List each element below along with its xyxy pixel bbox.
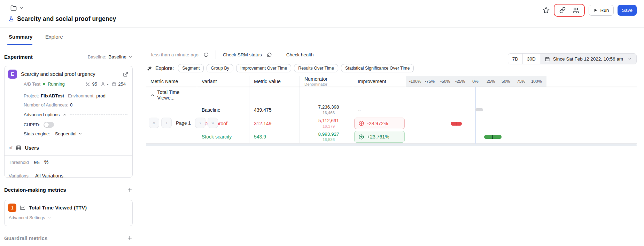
check-srm-button[interactable]: Check SRM status	[223, 52, 262, 57]
link-icon[interactable]	[559, 7, 566, 14]
improvement-axis-header: -100% -75% -50% -25% 0% 25% 50% 75% 100%	[406, 76, 637, 87]
dashed-divider	[54, 218, 127, 218]
status-dot	[43, 83, 45, 85]
experiment-card: E Scarcity and social proof urgency A/B …	[4, 66, 133, 178]
folder-icon	[10, 5, 17, 11]
prev-page-button[interactable]: ‹	[161, 118, 172, 128]
chip-improvement-over-time[interactable]: Improvement Over Time	[236, 64, 291, 72]
days-count: 254	[118, 81, 126, 87]
experiment-name-row: E Scarcity and social proof urgency	[5, 66, 132, 80]
variations-row: Variations All Variations	[5, 169, 132, 182]
add-guardrail-metric-button[interactable]	[127, 236, 132, 241]
calendar-icon	[545, 56, 550, 62]
range-30d-button[interactable]: 30D	[523, 54, 540, 64]
user-icon	[101, 82, 105, 86]
add-decision-metric-button[interactable]	[127, 187, 132, 192]
range-7d-button[interactable]: 7D	[508, 54, 523, 64]
header-actions: Run Save	[542, 4, 637, 16]
improvement-cell: -28.972%	[353, 117, 406, 130]
save-button[interactable]: Save	[618, 5, 637, 16]
col-metric-name: Metric Name	[146, 76, 197, 87]
last-page-button[interactable]: »	[208, 118, 218, 128]
metric-value: 312.149	[249, 117, 300, 130]
table-row: Stock scarcity 543.9 8,993,927 16,536 +2…	[146, 130, 637, 144]
arrow-down-circle-icon	[358, 120, 364, 126]
environment-value: prod	[96, 93, 106, 98]
col-metric-value: Metric Value	[249, 76, 300, 87]
project-folder-button[interactable]	[10, 5, 24, 11]
chip-statistical-significance[interactable]: Statistical Significance Over Time	[341, 64, 414, 72]
baseline-select[interactable]: Baseline: Baseline	[88, 54, 132, 59]
run-button[interactable]: Run	[589, 5, 614, 16]
metric-row[interactable]: 1 Total Time Viewed (TTV)	[5, 200, 132, 212]
tab-summary[interactable]: Summary	[9, 34, 32, 40]
experiment-stats: 95 - 254	[85, 81, 127, 87]
stats-engine-row: Stats engine: Sequential	[5, 128, 132, 140]
audiences-value: 0	[70, 102, 72, 108]
col-numerator-denominator: Numerator Denominator	[300, 76, 353, 87]
external-link-icon[interactable]	[123, 72, 128, 77]
advanced-options-toggle[interactable]: Advanced options	[5, 108, 132, 118]
explore-label: Explore:	[155, 65, 174, 71]
calendar-icon	[112, 82, 116, 86]
chevron-up-icon	[63, 113, 67, 117]
dashed-divider	[70, 114, 127, 115]
refresh-icon[interactable]	[203, 52, 209, 57]
metric-group-row: Total Time Viewe...	[146, 87, 637, 103]
decision-metrics-heading: Decision-making metrics	[4, 187, 66, 193]
divider	[216, 50, 216, 59]
cuped-toggle[interactable]	[44, 122, 54, 128]
chip-group-by[interactable]: Group By	[207, 64, 233, 72]
experiment-meta-row: A/B Test Running 95 - 254	[5, 80, 132, 90]
people-icon[interactable]	[572, 7, 580, 14]
cuped-row: CUPED:	[5, 118, 132, 128]
next-page-button[interactable]: ›	[195, 118, 205, 128]
advanced-settings-toggle[interactable]: Advanced Settings	[5, 212, 132, 220]
date-range-control: 7D 30D Since Sat Feb 12 2022, 10:56 am	[508, 53, 637, 64]
first-page-button[interactable]: «	[149, 118, 159, 128]
app-root: Scarcity and social proof urgency Run	[0, 0, 644, 246]
chevron-down-icon	[129, 55, 132, 59]
improvement-badge-positive: +23.761%	[354, 131, 405, 143]
numerator-cell: 7,236,398 16,466	[300, 103, 353, 117]
variant-name: Stock scarcity	[197, 130, 249, 143]
experiment-type: A/B Test	[24, 81, 40, 87]
title-row: Scarcity and social proof urgency	[8, 15, 116, 23]
refresh-cw-icon[interactable]	[267, 52, 272, 57]
table-row: Social proof 312.149 5,112,691 16,379 -2…	[146, 117, 637, 130]
tab-bar: Summary Explore	[0, 28, 644, 45]
experiment-flask-icon	[8, 16, 14, 22]
stats-engine-select[interactable]: Sequential	[55, 131, 82, 136]
variant-name: Baseline	[197, 103, 249, 117]
experiment-heading-row: Experiment Baseline: Baseline	[4, 54, 132, 60]
metric-group-toggle[interactable]: Total Time Viewe...	[150, 89, 197, 101]
top-header: Scarcity and social proof urgency Run	[0, 0, 644, 28]
last-updated-text: less than a minute ago	[151, 52, 199, 57]
metric-card: 1 Total Time Viewed (TTV) Advanced Setti…	[4, 200, 133, 226]
chevron-down-icon	[78, 132, 82, 136]
variations-value[interactable]: All Variations	[35, 173, 63, 178]
table-body: Total Time Viewe... Baseline 439.475 7,2…	[146, 87, 637, 144]
table-horizontal-scrollbar[interactable]	[146, 144, 637, 146]
col-improvement: Improvement	[353, 76, 406, 87]
arrow-up-circle-icon	[358, 134, 364, 140]
active-tab-underline	[7, 44, 32, 45]
improvement-cell: +23.761%	[353, 130, 406, 143]
date-range-text: Since Sat Feb 12 2022, 10:56 am	[553, 56, 623, 62]
unit-value[interactable]: Users	[25, 145, 39, 151]
audiences-row: Number of Audiences: 0	[5, 99, 132, 108]
experiment-badge: E	[8, 70, 17, 79]
threshold-row: Threshold 95 %	[5, 156, 132, 169]
numerator-cell: 8,993,927 16,536	[300, 130, 353, 143]
chip-segment[interactable]: Segment	[178, 64, 204, 72]
chip-results-over-time[interactable]: Results Over Time	[294, 64, 338, 72]
experiment-heading: Experiment	[4, 54, 33, 60]
tab-explore[interactable]: Explore	[45, 34, 63, 40]
date-range-picker[interactable]: Since Sat Feb 12 2022, 10:56 am	[540, 54, 636, 64]
guardrail-heading: Guardrail metrics	[4, 235, 47, 241]
percent-icon	[85, 82, 90, 87]
star-icon[interactable]	[542, 6, 550, 14]
chevron-down-icon	[20, 6, 24, 10]
check-health-button[interactable]: Check health	[286, 52, 314, 57]
threshold-value[interactable]: 95	[34, 159, 40, 165]
